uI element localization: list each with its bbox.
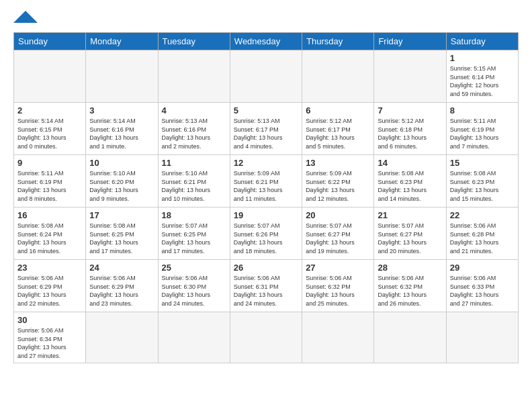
day-info: Sunrise: 5:06 AM Sunset: 6:29 PM Dayligh…: [89, 274, 154, 308]
calendar-cell: 18Sunrise: 5:07 AM Sunset: 6:25 PM Dayli…: [158, 208, 230, 260]
day-number: 30: [17, 315, 82, 325]
calendar-cell: 24Sunrise: 5:06 AM Sunset: 6:29 PM Dayli…: [86, 260, 158, 312]
calendar-cell: 1Sunrise: 5:15 AM Sunset: 6:14 PM Daylig…: [446, 50, 518, 103]
calendar-cell: 21Sunrise: 5:07 AM Sunset: 6:27 PM Dayli…: [374, 208, 446, 260]
day-number: 22: [450, 210, 515, 220]
weekday-header-tuesday: Tuesday: [158, 33, 230, 50]
day-info: Sunrise: 5:06 AM Sunset: 6:29 PM Dayligh…: [17, 274, 82, 308]
svg-marker-0: [13, 11, 38, 23]
calendar-cell: 2Sunrise: 5:14 AM Sunset: 6:15 PM Daylig…: [14, 103, 86, 155]
calendar-cell: 16Sunrise: 5:08 AM Sunset: 6:24 PM Dayli…: [14, 208, 86, 260]
calendar-cell: [86, 312, 158, 363]
calendar-cell: 23Sunrise: 5:06 AM Sunset: 6:29 PM Dayli…: [14, 260, 86, 312]
calendar-cell: 4Sunrise: 5:13 AM Sunset: 6:16 PM Daylig…: [158, 103, 230, 155]
day-number: 10: [89, 158, 154, 168]
day-number: 3: [89, 105, 154, 116]
day-info: Sunrise: 5:08 AM Sunset: 6:24 PM Dayligh…: [17, 222, 82, 255]
day-number: 1: [450, 53, 515, 63]
calendar-cell: 22Sunrise: 5:06 AM Sunset: 6:28 PM Dayli…: [446, 208, 518, 260]
calendar-cell: 15Sunrise: 5:08 AM Sunset: 6:23 PM Dayli…: [446, 155, 518, 208]
day-info: Sunrise: 5:06 AM Sunset: 6:30 PM Dayligh…: [162, 274, 226, 308]
day-info: Sunrise: 5:12 AM Sunset: 6:18 PM Dayligh…: [378, 117, 442, 150]
page: SundayMondayTuesdayWednesdayThursdayFrid…: [0, 0, 532, 370]
weekday-header-thursday: Thursday: [302, 33, 374, 50]
calendar-cell: 8Sunrise: 5:11 AM Sunset: 6:19 PM Daylig…: [446, 103, 518, 155]
day-info: Sunrise: 5:14 AM Sunset: 6:16 PM Dayligh…: [89, 117, 154, 150]
week-row-5: 23Sunrise: 5:06 AM Sunset: 6:29 PM Dayli…: [14, 260, 519, 312]
day-info: Sunrise: 5:15 AM Sunset: 6:14 PM Dayligh…: [450, 64, 515, 98]
day-number: 15: [450, 158, 515, 168]
day-number: 5: [234, 105, 298, 116]
day-number: 14: [378, 158, 442, 168]
calendar-cell: [302, 312, 374, 363]
calendar-cell: 20Sunrise: 5:07 AM Sunset: 6:27 PM Dayli…: [302, 208, 374, 260]
calendar-cell: 30Sunrise: 5:06 AM Sunset: 6:34 PM Dayli…: [14, 312, 86, 363]
calendar-cell: [374, 50, 446, 103]
day-number: 16: [17, 210, 82, 220]
day-number: 4: [162, 105, 226, 116]
day-number: 2: [17, 105, 82, 116]
day-number: 17: [89, 210, 154, 220]
logo: [13, 11, 38, 26]
day-info: Sunrise: 5:07 AM Sunset: 6:25 PM Dayligh…: [162, 222, 226, 255]
day-info: Sunrise: 5:11 AM Sunset: 6:19 PM Dayligh…: [17, 169, 82, 203]
calendar-cell: 17Sunrise: 5:08 AM Sunset: 6:25 PM Dayli…: [86, 208, 158, 260]
day-number: 27: [306, 263, 370, 273]
day-info: Sunrise: 5:06 AM Sunset: 6:28 PM Dayligh…: [450, 222, 515, 255]
day-info: Sunrise: 5:13 AM Sunset: 6:16 PM Dayligh…: [162, 117, 226, 150]
day-info: Sunrise: 5:06 AM Sunset: 6:32 PM Dayligh…: [378, 274, 442, 308]
day-info: Sunrise: 5:10 AM Sunset: 6:21 PM Dayligh…: [162, 169, 226, 203]
day-number: 13: [306, 158, 370, 168]
day-info: Sunrise: 5:06 AM Sunset: 6:31 PM Dayligh…: [234, 274, 298, 308]
day-info: Sunrise: 5:06 AM Sunset: 6:32 PM Dayligh…: [306, 274, 370, 308]
day-number: 28: [378, 263, 442, 273]
day-info: Sunrise: 5:14 AM Sunset: 6:15 PM Dayligh…: [17, 117, 82, 150]
calendar-cell: 9Sunrise: 5:11 AM Sunset: 6:19 PM Daylig…: [14, 155, 86, 208]
day-info: Sunrise: 5:07 AM Sunset: 6:27 PM Dayligh…: [306, 222, 370, 255]
day-info: Sunrise: 5:07 AM Sunset: 6:27 PM Dayligh…: [378, 222, 442, 255]
week-row-4: 16Sunrise: 5:08 AM Sunset: 6:24 PM Dayli…: [14, 208, 519, 260]
day-info: Sunrise: 5:13 AM Sunset: 6:17 PM Dayligh…: [234, 117, 298, 150]
day-number: 21: [378, 210, 442, 220]
week-row-3: 9Sunrise: 5:11 AM Sunset: 6:19 PM Daylig…: [14, 155, 519, 208]
week-row-2: 2Sunrise: 5:14 AM Sunset: 6:15 PM Daylig…: [14, 103, 519, 155]
day-number: 19: [234, 210, 298, 220]
calendar-cell: 12Sunrise: 5:09 AM Sunset: 6:21 PM Dayli…: [230, 155, 302, 208]
calendar-cell: 27Sunrise: 5:06 AM Sunset: 6:32 PM Dayli…: [302, 260, 374, 312]
day-info: Sunrise: 5:06 AM Sunset: 6:34 PM Dayligh…: [17, 326, 82, 360]
calendar-cell: 29Sunrise: 5:06 AM Sunset: 6:33 PM Dayli…: [446, 260, 518, 312]
calendar-cell: 14Sunrise: 5:08 AM Sunset: 6:23 PM Dayli…: [374, 155, 446, 208]
day-number: 18: [162, 210, 226, 220]
week-row-1: 1Sunrise: 5:15 AM Sunset: 6:14 PM Daylig…: [14, 50, 519, 103]
calendar-cell: [302, 50, 374, 103]
day-info: Sunrise: 5:10 AM Sunset: 6:20 PM Dayligh…: [89, 169, 154, 203]
day-number: 8: [450, 105, 515, 116]
day-number: 11: [162, 158, 226, 168]
day-number: 12: [234, 158, 298, 168]
day-number: 23: [17, 263, 82, 273]
calendar-cell: [14, 50, 86, 103]
calendar-cell: 3Sunrise: 5:14 AM Sunset: 6:16 PM Daylig…: [86, 103, 158, 155]
day-number: 26: [234, 263, 298, 273]
calendar-cell: [230, 312, 302, 363]
calendar-cell: [374, 312, 446, 363]
weekday-header-wednesday: Wednesday: [230, 33, 302, 50]
day-number: 9: [17, 158, 82, 168]
header: [13, 11, 519, 26]
day-info: Sunrise: 5:11 AM Sunset: 6:19 PM Dayligh…: [450, 117, 515, 150]
calendar-cell: 6Sunrise: 5:12 AM Sunset: 6:17 PM Daylig…: [302, 103, 374, 155]
day-number: 7: [378, 105, 442, 116]
day-info: Sunrise: 5:08 AM Sunset: 6:23 PM Dayligh…: [450, 169, 515, 203]
day-info: Sunrise: 5:09 AM Sunset: 6:21 PM Dayligh…: [234, 169, 298, 203]
weekday-header-sunday: Sunday: [14, 33, 86, 50]
calendar-cell: [158, 312, 230, 363]
calendar-cell: 10Sunrise: 5:10 AM Sunset: 6:20 PM Dayli…: [86, 155, 158, 208]
day-number: 29: [450, 263, 515, 273]
weekday-header-saturday: Saturday: [446, 33, 518, 50]
day-info: Sunrise: 5:07 AM Sunset: 6:26 PM Dayligh…: [234, 222, 298, 255]
week-row-6: 30Sunrise: 5:06 AM Sunset: 6:34 PM Dayli…: [14, 312, 519, 363]
day-number: 24: [89, 263, 154, 273]
calendar-cell: 19Sunrise: 5:07 AM Sunset: 6:26 PM Dayli…: [230, 208, 302, 260]
day-number: 25: [162, 263, 226, 273]
calendar-cell: 7Sunrise: 5:12 AM Sunset: 6:18 PM Daylig…: [374, 103, 446, 155]
